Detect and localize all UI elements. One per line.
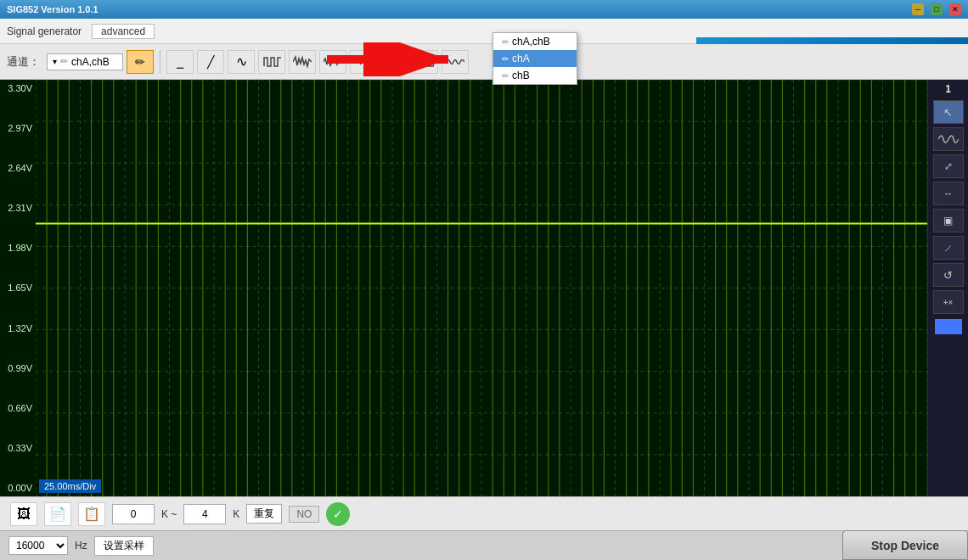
zoom-h-button[interactable]: ↔ — [933, 182, 964, 205]
time-scale-label: 25.00ms/Div — [39, 479, 101, 493]
k-label-right: K — [233, 508, 239, 520]
window-controls: ─ □ ✕ — [912, 3, 961, 15]
cursor-tool-button[interactable]: ↖ — [933, 100, 964, 124]
advanced-badge[interactable]: advanced — [92, 24, 155, 39]
pulse-waveform-button[interactable] — [258, 50, 285, 74]
noise-icon — [293, 54, 312, 70]
channel-option-chA-chB[interactable]: ✏ chA,chB — [493, 33, 577, 50]
y-label-6: 1.32V — [3, 323, 32, 333]
doc-icon: 📄 — [49, 506, 66, 522]
app-title: SIG852 Version 1.0.1 — [7, 4, 98, 14]
signal-generator-menu[interactable]: Signal generator — [7, 25, 82, 37]
doc2-export-button[interactable]: 📋 — [78, 502, 105, 526]
zoom-xy-button[interactable]: +× — [933, 290, 964, 314]
waveform-display — [36, 80, 927, 496]
k-label-left: K ~ — [161, 508, 177, 520]
y-axis: 3.30V 2.97V 2.64V 2.31V 1.98V 1.65V 1.32… — [0, 80, 36, 496]
bottom-toolbar: 🖼 📄 📋 K ~ K 重复 NO ✓ — [0, 496, 968, 530]
y-label-4: 1.98V — [3, 243, 32, 253]
main-toolbar: 通道： ▾ ✏ chA,chB ✏ ⎯ ╱ ∿ ⋈ — [0, 44, 968, 80]
no-badge: NO — [289, 506, 319, 523]
set-sample-button[interactable]: 设置采样 — [94, 536, 154, 556]
y-label-0: 3.30V — [3, 83, 32, 93]
toolbar-separator-1 — [160, 50, 160, 74]
dropdown-arrow: ▾ — [53, 57, 57, 66]
channel-number-badge: 1 — [945, 83, 951, 95]
dc-waveform-button[interactable]: ⎯ — [166, 50, 194, 74]
zoom-h-icon: ↔ — [943, 188, 953, 199]
channel-value: chA,chB — [71, 56, 110, 68]
jpg-export-button[interactable]: 🖼 — [10, 502, 37, 526]
pulse-icon — [262, 54, 281, 70]
confirm-button[interactable]: ✓ — [326, 502, 350, 526]
channel-dropdown-menu: ✏ chA,chB ✏ chA ✏ chB — [492, 32, 577, 85]
y-label-8: 0.66V — [3, 403, 32, 413]
zoom-xy-icon: +× — [943, 298, 954, 307]
sine-waveform-button[interactable]: ∿ — [228, 50, 255, 74]
chart-canvas[interactable]: 25.00ms/Div — [36, 80, 927, 496]
sample-rate-select[interactable]: 16000 8000 4000 2000 — [8, 536, 68, 555]
stop-device-button[interactable]: Stop Device — [842, 530, 968, 560]
noise-waveform-button[interactable] — [289, 50, 316, 74]
status-footer: 16000 8000 4000 2000 Hz 设置采样 Stop Device — [0, 530, 968, 560]
ramp-waveform-button[interactable]: ╱ — [197, 50, 224, 74]
doc2-icon: 📋 — [83, 506, 100, 522]
refresh-button[interactable]: ↺ — [933, 263, 964, 287]
edit-icon: ✏ — [135, 55, 145, 69]
doc-export-button[interactable]: 📄 — [44, 502, 71, 526]
diagonal-icon: ⟋ — [943, 242, 954, 255]
pencil-icon-chB: ✏ — [502, 71, 509, 81]
channel-select-dropdown[interactable]: ▾ ✏ chA,chB — [47, 53, 123, 70]
expand-button[interactable]: ⤢ — [933, 154, 964, 178]
waveform-analyze-button[interactable] — [933, 127, 964, 151]
y-label-3: 2.31V — [3, 203, 32, 213]
expand-icon: ⤢ — [944, 160, 953, 172]
edit-tool-button[interactable]: ✏ — [127, 50, 154, 74]
red-arrow-indicator — [323, 42, 459, 76]
channel-label: 通道： — [7, 54, 40, 70]
dc-icon: ⎯ — [177, 55, 183, 69]
k-value-right-input[interactable] — [183, 504, 226, 524]
pencil-icon: ✏ — [60, 56, 68, 67]
pencil-icon-chA-chB: ✏ — [502, 37, 509, 47]
y-label-5: 1.65V — [3, 283, 32, 293]
jpg-icon: 🖼 — [17, 507, 31, 522]
hz-label: Hz — [75, 540, 87, 552]
y-label-7: 0.99V — [3, 363, 32, 373]
square-select-icon: ▣ — [943, 215, 953, 227]
k-value-left-input[interactable] — [112, 504, 155, 524]
channel-option-chA[interactable]: ✏ chA — [493, 50, 577, 67]
accent-block — [935, 319, 962, 334]
waveform-analyze-icon — [938, 132, 959, 147]
sine-icon: ∿ — [236, 53, 247, 70]
y-label-9: 0.33V — [3, 443, 32, 453]
refresh-icon: ↺ — [943, 269, 953, 282]
ramp-icon: ╱ — [207, 55, 214, 69]
title-bar: SIG852 Version 1.0.1 ─ □ ✕ — [0, 0, 968, 19]
main-chart-area: 3.30V 2.97V 2.64V 2.31V 1.98V 1.65V 1.32… — [0, 80, 968, 496]
maximize-button[interactable]: □ — [931, 3, 943, 15]
right-sidebar: 1 ↖ ⤢ ↔ ▣ ⟋ ↺ +× — [927, 80, 968, 496]
close-button[interactable]: ✕ — [949, 3, 961, 15]
y-label-10: 0.00V — [3, 483, 32, 493]
y-label-2: 2.64V — [3, 163, 32, 173]
minimize-button[interactable]: ─ — [912, 3, 924, 15]
pencil-icon-chA: ✏ — [502, 54, 509, 64]
diagonal-button[interactable]: ⟋ — [933, 236, 964, 260]
channel-option-chB[interactable]: ✏ chB — [493, 67, 577, 84]
square-select-button[interactable]: ▣ — [933, 209, 964, 232]
repeat-button[interactable]: 重复 — [246, 504, 282, 524]
cursor-icon: ↖ — [943, 106, 953, 119]
check-icon: ✓ — [333, 507, 343, 521]
y-label-1: 2.97V — [3, 123, 32, 133]
